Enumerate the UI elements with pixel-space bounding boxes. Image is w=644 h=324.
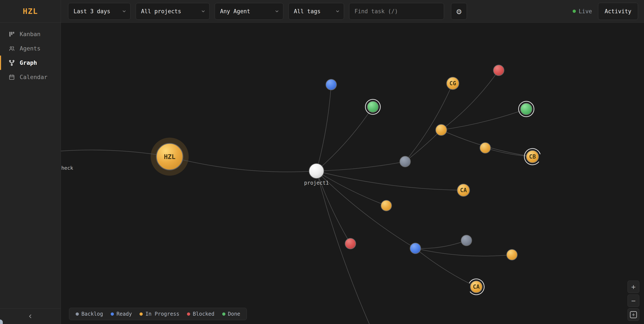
fit-view-button[interactable]: + bbox=[628, 308, 639, 321]
zoom-in-button[interactable]: + bbox=[628, 280, 639, 293]
chevron-down-icon bbox=[122, 9, 126, 14]
legend-label: Backlog bbox=[82, 311, 103, 317]
filter-time-range[interactable]: Last 3 days bbox=[68, 3, 130, 20]
filter-label: All tags bbox=[294, 8, 320, 14]
graph-edge bbox=[405, 83, 453, 162]
sidebar-item-kanban[interactable]: Kanban bbox=[0, 27, 61, 41]
graph-node-gray-mid[interactable] bbox=[400, 156, 410, 167]
topbar-right: Live Activity bbox=[573, 3, 638, 20]
graph-icon bbox=[8, 60, 15, 66]
done-dot-icon bbox=[222, 312, 226, 316]
graph-node-orange-c[interactable] bbox=[381, 200, 392, 211]
graph-edge bbox=[316, 162, 405, 171]
filter-label: Any Agent bbox=[220, 8, 250, 14]
sidebar-item-label: Graph bbox=[20, 60, 37, 66]
logo-box: HZL bbox=[0, 0, 61, 22]
legend-item-ready: Ready bbox=[111, 311, 132, 317]
graph-node-blue-top[interactable] bbox=[326, 79, 336, 90]
graph-edge bbox=[316, 107, 373, 171]
sidebar-item-graph[interactable]: Graph bbox=[0, 56, 61, 70]
chevron-down-icon bbox=[274, 9, 279, 14]
graph-node-green-right[interactable] bbox=[518, 101, 534, 117]
agents-icon bbox=[8, 45, 15, 52]
sidebar-item-calendar[interactable]: Calendar bbox=[0, 70, 61, 84]
filter-agent[interactable]: Any Agent bbox=[215, 3, 283, 20]
graph-node-blue-low[interactable] bbox=[410, 243, 421, 254]
sidebar-item-agents[interactable]: Agents bbox=[0, 41, 61, 56]
legend-label: Blocked bbox=[193, 311, 214, 317]
graph-node-ca-mid[interactable]: CA bbox=[457, 184, 470, 196]
graph-node-cg[interactable]: CG bbox=[446, 77, 459, 90]
graph-node-orange-a[interactable] bbox=[436, 124, 447, 136]
node-label: CA bbox=[460, 187, 467, 194]
top-bar: HZL Last 3 days All projects Any Agent A… bbox=[0, 0, 644, 23]
task-graph[interactable]: HZLproject1CGCBCACAheck bbox=[61, 23, 644, 324]
graph-edge bbox=[405, 130, 441, 162]
graph-edge bbox=[316, 171, 371, 324]
kanban-icon bbox=[8, 31, 15, 38]
graph-edge bbox=[316, 171, 415, 248]
live-indicator: Live bbox=[573, 8, 592, 14]
legend-item-in-progress: In Progress bbox=[140, 311, 179, 317]
node-label: CB bbox=[529, 154, 536, 160]
graph-canvas[interactable]: HZLproject1CGCBCACAheck Backlog Ready In… bbox=[61, 23, 644, 324]
filter-projects[interactable]: All projects bbox=[136, 3, 210, 20]
node-label: CA bbox=[473, 284, 480, 290]
graph-node-ca-bot[interactable]: CA bbox=[465, 276, 487, 298]
graph-node-gray-low[interactable] bbox=[461, 235, 472, 246]
activity-label: Activity bbox=[605, 8, 632, 14]
activity-button[interactable]: Activity bbox=[598, 3, 638, 20]
legend-label: In Progress bbox=[145, 311, 179, 317]
filter-controls: Last 3 days All projects Any Agent All t… bbox=[68, 3, 573, 20]
sidebar-item-label: Kanban bbox=[20, 31, 40, 38]
legend-item-backlog: Backlog bbox=[76, 311, 103, 317]
graph-node-orange-b[interactable] bbox=[480, 142, 490, 153]
search-input[interactable] bbox=[349, 3, 444, 20]
graph-edge bbox=[316, 171, 386, 206]
graph-node-orange-d[interactable] bbox=[506, 250, 517, 260]
status-legend: Backlog Ready In Progress Blocked Done bbox=[69, 308, 247, 320]
app-root: HZL Last 3 days All projects Any Agent A… bbox=[0, 0, 644, 324]
legend-label: Done bbox=[228, 311, 240, 317]
sidebar-item-label: Calendar bbox=[20, 74, 48, 80]
backlog-dot-icon bbox=[76, 312, 79, 316]
graph-edge bbox=[316, 85, 331, 171]
chevron-down-icon bbox=[201, 9, 206, 14]
graph-node-hzl[interactable]: HZL bbox=[156, 144, 183, 170]
legend-label: Ready bbox=[116, 311, 132, 317]
filter-label: All projects bbox=[141, 8, 181, 14]
chevron-left-icon bbox=[27, 313, 34, 320]
graph-node-green-top[interactable] bbox=[365, 100, 380, 114]
blocked-dot-icon bbox=[187, 312, 190, 316]
zoom-controls: + − + bbox=[628, 280, 639, 321]
calendar-icon bbox=[8, 74, 15, 80]
chevron-down-icon bbox=[335, 9, 340, 14]
filter-tags[interactable]: All tags bbox=[288, 3, 344, 20]
legend-item-done: Done bbox=[222, 311, 240, 317]
graph-node-project1[interactable]: project1 bbox=[304, 164, 329, 186]
zoom-out-button[interactable]: − bbox=[628, 294, 639, 307]
node-sublabel: project1 bbox=[304, 180, 329, 186]
graph-node-cb[interactable]: CB bbox=[521, 145, 544, 168]
graph-node-red-top[interactable] bbox=[493, 65, 504, 76]
offscreen-node-partial-label: heck bbox=[61, 165, 73, 171]
graph-node-red-low[interactable] bbox=[345, 238, 356, 249]
node-label: HZL bbox=[164, 153, 176, 160]
sidebar-item-label: Agents bbox=[20, 45, 40, 52]
filter-label: Last 3 days bbox=[74, 8, 110, 14]
graph-edge bbox=[316, 171, 464, 190]
graph-edge bbox=[170, 157, 316, 172]
sidebar: Kanban Agents Graph Calendar bbox=[0, 23, 61, 324]
graph-edge bbox=[415, 248, 476, 287]
sidebar-collapse-button[interactable] bbox=[0, 308, 61, 324]
in-progress-dot-icon bbox=[140, 312, 143, 316]
app-logo: HZL bbox=[23, 7, 38, 16]
gear-icon: ⚙ bbox=[456, 6, 462, 16]
graph-edge bbox=[415, 248, 512, 256]
legend-item-blocked: Blocked bbox=[187, 311, 214, 317]
node-label: CG bbox=[449, 80, 456, 86]
settings-button[interactable]: ⚙ bbox=[451, 3, 467, 20]
live-label: Live bbox=[578, 8, 592, 14]
graph-edge bbox=[415, 240, 466, 248]
live-dot-icon bbox=[573, 10, 576, 13]
